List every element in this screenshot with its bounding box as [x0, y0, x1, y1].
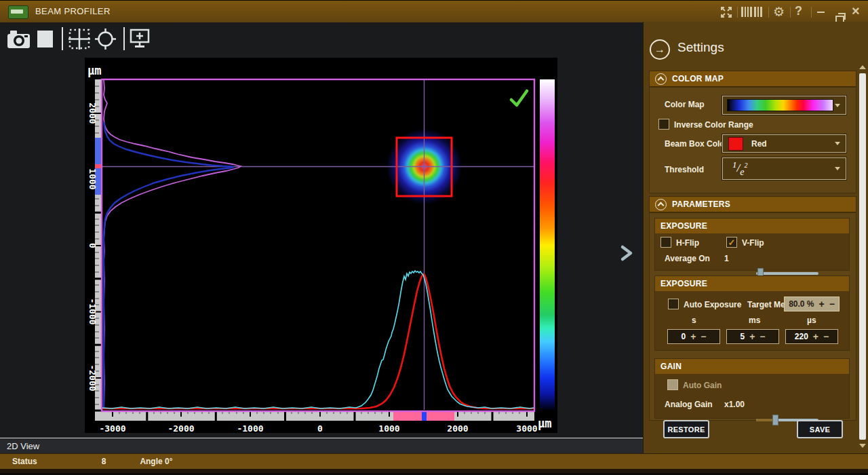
increment-button[interactable]: +: [749, 332, 755, 341]
colormap-dropdown[interactable]: [722, 96, 846, 115]
scrollbar-thumb[interactable]: [859, 73, 866, 440]
h-flip-checkbox[interactable]: [660, 237, 671, 248]
exposure-group-header: EXPOSURE: [655, 276, 849, 291]
chevron-down-icon: [835, 142, 840, 145]
crosshair-target-button[interactable]: [94, 28, 117, 53]
collapse-chevron-icon: [655, 199, 667, 210]
scroll-up-arrow[interactable]: [859, 65, 866, 69]
target-mean-spinner[interactable]: 80.0 % + −: [784, 297, 840, 311]
grid-overlay-button[interactable]: [68, 28, 90, 52]
status-label: Status: [12, 457, 37, 466]
gain-group-header: GAIN: [655, 359, 849, 374]
help-icon[interactable]: ?: [795, 4, 802, 18]
restore-button[interactable]: RESTORE: [663, 420, 709, 438]
panel-expand-chevron[interactable]: [618, 243, 635, 266]
titlebar-separator: [768, 7, 769, 18]
gear-icon[interactable]: ⚙: [773, 4, 785, 19]
parameters-section-header[interactable]: PARAMETERS: [649, 196, 856, 212]
decrement-button[interactable]: −: [823, 332, 829, 341]
colormap-section-body: Color Map Inverse Color Range Beam Box C…: [649, 87, 856, 193]
beam-2d-plot[interactable]: µm 2000 1000 0 -10: [85, 58, 557, 433]
threshold-dropdown[interactable]: 1/e2: [722, 157, 846, 180]
exposure-flip-group: EXPOSURE H-Flip ✓ V-Flip Average On 1: [654, 218, 850, 271]
colorbar: [540, 79, 555, 411]
threshold-label: Threshold: [665, 165, 704, 174]
close-button[interactable]: ×: [852, 3, 860, 19]
titlebar-separator: [737, 7, 738, 18]
settings-panel: → Settings COLOR MAP Color Map Inverse C…: [643, 22, 868, 453]
y-tick: 0: [87, 243, 98, 248]
app-logo: [8, 5, 28, 19]
average-on-slider[interactable]: [756, 272, 818, 275]
increment-button[interactable]: +: [690, 332, 696, 341]
x-tick: 2000: [447, 423, 468, 433]
snapshot-camera-button[interactable]: [7, 28, 31, 52]
status-bar: Status 8 Angle 0°: [0, 453, 868, 469]
target-mean-value: 80.0 %: [789, 299, 814, 309]
x-tick: -1000: [237, 423, 263, 433]
add-display-button[interactable]: [130, 28, 150, 52]
y-tick: -1000: [87, 298, 98, 324]
threshold-exponent: 2: [744, 162, 747, 169]
exposure-us-spinner[interactable]: 220 + −: [785, 329, 838, 344]
x-tick: 0: [317, 423, 323, 433]
red-color-swatch: [728, 137, 743, 151]
barcode-icon[interactable]: [741, 7, 764, 17]
exposure-time-group: EXPOSURE Auto Exposure Target Mean 80.0 …: [654, 276, 850, 351]
exposure-group-header: EXPOSURE: [655, 218, 849, 233]
titlebar-separator: [811, 7, 812, 18]
exposure-ms-spinner[interactable]: 5 + −: [726, 329, 779, 344]
x-tick: 3000: [516, 423, 537, 433]
auto-gain-checkbox[interactable]: [667, 379, 678, 390]
status-value: 8: [102, 457, 106, 466]
beam-profiler-window: BEAM PROFILER ⚙ ? ×: [0, 0, 868, 475]
exposure-us-value: 220: [795, 332, 808, 341]
toolbar-separator: [123, 27, 125, 50]
x-tick: -2000: [167, 423, 194, 433]
x-tick: 1000: [378, 423, 399, 433]
beam-box-color-dropdown[interactable]: Red: [722, 134, 846, 153]
increment-button[interactable]: +: [818, 299, 824, 309]
title-bar: BEAM PROFILER ⚙ ? ×: [0, 0, 868, 22]
scroll-down-arrow[interactable]: [859, 444, 866, 448]
analog-gain-value: x1.00: [724, 400, 745, 409]
decrement-button[interactable]: −: [701, 332, 706, 341]
h-flip-label: H-Flip: [676, 238, 699, 248]
decrement-button[interactable]: −: [760, 332, 765, 341]
slider-fill: [756, 419, 774, 421]
colormap-section-header[interactable]: COLOR MAP: [649, 71, 856, 87]
settings-back-arrow-icon[interactable]: →: [650, 39, 670, 60]
collapse-chevron-icon: [655, 73, 667, 85]
v-flip-checkbox[interactable]: ✓: [726, 237, 737, 248]
unit-s-label: s: [692, 316, 696, 325]
beam-box-color-label: Beam Box Color: [665, 139, 728, 149]
colormap-gradient-preview: [727, 99, 833, 111]
exposure-s-value: 0: [681, 332, 686, 341]
fullscreen-icon[interactable]: [719, 5, 733, 19]
titlebar-separator: [790, 7, 791, 18]
auto-exposure-checkbox[interactable]: [668, 299, 679, 309]
minimize-button[interactable]: [817, 12, 825, 13]
average-on-label: Average On: [665, 254, 710, 263]
chevron-down-icon: [835, 167, 840, 170]
decrement-button[interactable]: −: [829, 299, 835, 309]
increment-button[interactable]: +: [813, 332, 818, 341]
window-bottom-edge: [0, 469, 868, 475]
stop-button[interactable]: [37, 31, 53, 48]
auto-gain-label: Auto Gain: [683, 381, 722, 390]
inverse-color-checkbox[interactable]: [658, 119, 669, 130]
view-tab-label: 2D View: [7, 441, 39, 451]
unit-us-label: µs: [807, 316, 816, 325]
slider-handle[interactable]: [772, 415, 778, 425]
unit-ms-label: ms: [749, 316, 760, 325]
exposure-ms-value: 5: [740, 332, 745, 341]
auto-exposure-label: Auto Exposure: [684, 300, 741, 309]
view-tab-bar[interactable]: 2D View: [0, 438, 643, 453]
angle-value: Angle 0°: [140, 457, 172, 466]
check-icon: ✓: [728, 238, 736, 247]
exposure-s-spinner[interactable]: 0 + −: [667, 329, 720, 344]
beam-box-color-value: Red: [751, 139, 767, 149]
y-axis-unit: µm: [87, 64, 101, 77]
x-tick: -3000: [99, 423, 125, 433]
save-button[interactable]: SAVE: [797, 420, 843, 438]
